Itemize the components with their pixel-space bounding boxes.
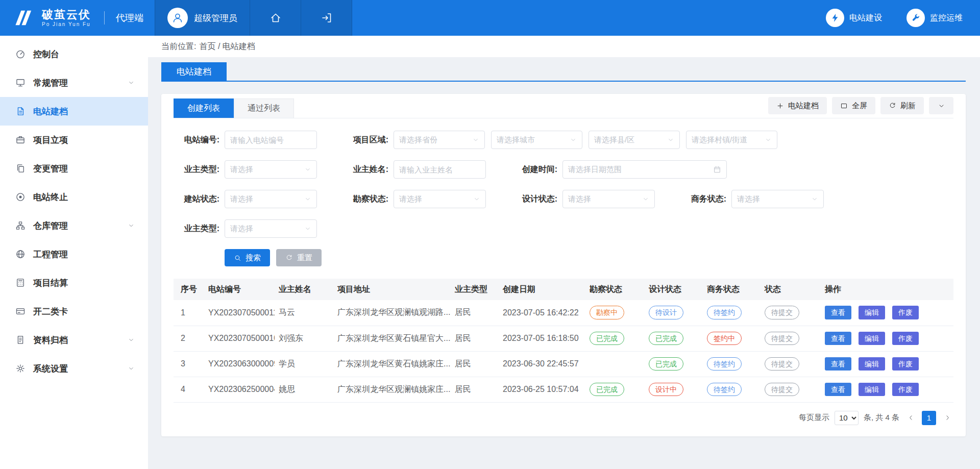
quick-link-monitor-ops[interactable]: 监控运维 [906, 9, 963, 27]
sidebar-item-warehouse-management[interactable]: 仓库管理 [0, 211, 148, 240]
edit-button[interactable]: 编辑 [859, 383, 885, 397]
collapse-button[interactable] [929, 97, 953, 114]
cell-station-id: YX2023063000009 [204, 351, 275, 377]
build-status-select[interactable]: 请选择 [225, 190, 317, 208]
logout-icon [321, 12, 333, 24]
business-status-select[interactable]: 请选择 [731, 190, 824, 208]
status-badge: 待提交 [765, 306, 799, 319]
view-button[interactable]: 查看 [825, 306, 851, 319]
survey-status-select[interactable]: 请选择 [394, 190, 486, 208]
top-header: 破茧云伏 Po Jian Yun Fu 代理端 超级管理员 电站建设监控运维 [0, 0, 980, 36]
home-button[interactable] [250, 0, 301, 36]
edit-button[interactable]: 编辑 [859, 357, 885, 371]
table-row: 1YX2023070500011马云广东深圳龙华区观澜镇观湖路...居民2023… [174, 300, 953, 326]
main-content: 当前位置: 首页 / 电站建档 电站建档 创建列表通过列表 电站建档全屏刷新 电… [148, 36, 980, 469]
document-icon [15, 106, 26, 116]
province-select[interactable]: 请选择省份 [394, 131, 485, 149]
search-button[interactable]: 搜索 [225, 249, 270, 266]
cell-status: 待提交 [761, 377, 821, 402]
edit-button[interactable]: 编辑 [859, 332, 885, 345]
per-page-select[interactable]: 10 [835, 411, 859, 425]
create-time-input[interactable]: 请选择日期范围 [562, 160, 727, 179]
breadcrumb-item[interactable]: 电站建档 [223, 42, 255, 51]
select-placeholder: 请选择 [230, 165, 253, 175]
plus-icon [776, 102, 784, 110]
sidebar-item-system-settings[interactable]: 系统设置 [0, 354, 148, 383]
sidebar-item-label: 项目结算 [33, 277, 68, 289]
cell-owner-type: 居民 [451, 300, 499, 326]
cell-owner-name: 姚思 [275, 377, 333, 402]
void-button[interactable]: 作废 [892, 383, 919, 397]
quick-link-station-build[interactable]: 电站建设 [826, 9, 882, 27]
page-tab-station-filing[interactable]: 电站建档 [161, 62, 227, 81]
sidebar-item-change-management[interactable]: 变更管理 [0, 154, 148, 183]
sidebar-item-project-initiation[interactable]: 项目立项 [0, 126, 148, 154]
county-select[interactable]: 请选择县/区 [589, 131, 680, 149]
void-button[interactable]: 作废 [892, 332, 919, 345]
sidebar-item-project-settlement[interactable]: 项目结算 [0, 268, 148, 297]
view-button[interactable]: 查看 [825, 357, 851, 371]
void-button[interactable]: 作废 [892, 357, 919, 371]
panel-head: 创建列表通过列表 电站建档全屏刷新 [174, 94, 953, 118]
logo-title: 破茧云伏 [42, 9, 91, 21]
chevron-down-icon [667, 136, 674, 143]
view-button[interactable]: 查看 [825, 332, 851, 345]
status-badge: 待提交 [765, 357, 799, 371]
app-root: 破茧云伏 Po Jian Yun Fu 代理端 超级管理员 电站建设监控运维 控… [0, 0, 980, 469]
reset-button[interactable]: 重置 [276, 249, 322, 266]
cell-address: 广东深圳龙华区黄石镇姚家庄... [333, 351, 451, 377]
sidebar-item-station-filing[interactable]: 电站建档 [0, 97, 148, 126]
card-icon [15, 306, 26, 316]
design-status-select[interactable]: 请选择 [562, 190, 655, 208]
breadcrumb-item[interactable]: 首页 [199, 42, 215, 51]
create-station-button[interactable]: 电站建档 [768, 97, 827, 114]
filter-label: 设计状态: [511, 194, 557, 205]
logout-button[interactable] [301, 0, 352, 36]
status-badge: 签约中 [707, 332, 742, 345]
refresh-icon [889, 102, 896, 110]
village-select[interactable]: 请选择村镇/街道 [686, 131, 777, 149]
sidebar-item-type2-card[interactable]: 开二类卡 [0, 297, 148, 326]
sidebar-item-engineering-management[interactable]: 工程管理 [0, 240, 148, 268]
next-page-button[interactable] [941, 411, 953, 425]
page-1-button[interactable]: 1 [922, 411, 936, 425]
column-header: 状态 [761, 279, 821, 300]
cell-survey-status [585, 351, 645, 377]
tab-passed-list[interactable]: 通过列表 [234, 98, 294, 118]
edit-button[interactable]: 编辑 [859, 306, 885, 319]
app-logo: 破茧云伏 Po Jian Yun Fu 代理端 [0, 0, 155, 36]
cell-survey-status: 已完成 [585, 377, 645, 402]
lightning-icon [830, 13, 840, 23]
sidebar-item-station-termination[interactable]: 电站终止 [0, 183, 148, 211]
sidebar-item-general-management[interactable]: 常规管理 [0, 68, 148, 97]
chevron-down-icon [304, 195, 311, 203]
cell-owner-type: 居民 [451, 326, 499, 351]
sidebar-item-console[interactable]: 控制台 [0, 40, 148, 68]
void-button[interactable]: 作废 [892, 306, 919, 319]
status-badge: 已完成 [649, 332, 683, 345]
sidebar-item-data-archiving[interactable]: 资料归档 [0, 326, 148, 354]
chevron-down-icon [128, 336, 135, 343]
pagination: 每页显示 10 条, 共 4 条 1 [174, 411, 953, 425]
filter-survey-status: 勘察状态:请选择 [342, 190, 486, 208]
cell-actions: 查看编辑作废 [821, 377, 953, 402]
chevron-down-icon [938, 102, 945, 110]
panel-actions: 电站建档全屏刷新 [768, 97, 953, 118]
owner-type-2-select[interactable]: 请选择 [225, 219, 317, 238]
fullscreen-button-label: 全屏 [852, 101, 867, 111]
prev-page-button[interactable] [904, 411, 917, 425]
filter-label: 业主类型: [174, 224, 219, 234]
city-select[interactable]: 请选择城市 [491, 131, 582, 149]
owner-name-input[interactable] [394, 160, 486, 179]
station-id-input[interactable] [225, 131, 317, 149]
fullscreen-button[interactable]: 全屏 [832, 97, 875, 114]
user-menu[interactable]: 超级管理员 [155, 0, 250, 36]
tab-create-list[interactable]: 创建列表 [174, 98, 234, 118]
chevron-down-icon [473, 195, 480, 203]
column-header: 序号 [174, 279, 204, 300]
owner-type-select[interactable]: 请选择 [225, 160, 317, 179]
cell-owner-name: 马云 [275, 300, 333, 326]
filter-label: 业主姓名: [342, 164, 388, 175]
refresh-button[interactable]: 刷新 [880, 97, 924, 114]
view-button[interactable]: 查看 [825, 383, 851, 397]
